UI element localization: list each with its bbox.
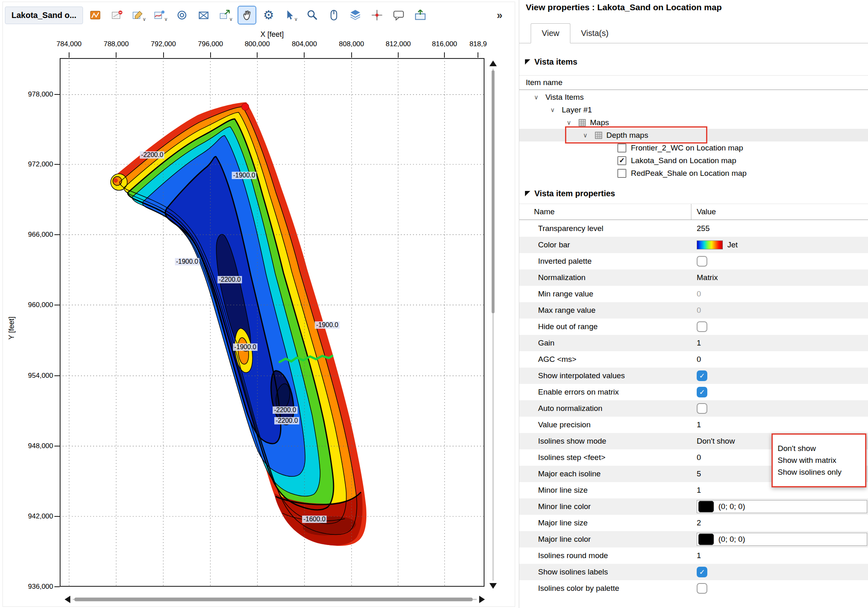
property-value[interactable]: 0 bbox=[697, 355, 701, 364]
tree-item-redpeak-shale[interactable]: RedPeak_Shale on Location map bbox=[519, 167, 868, 179]
tree-item-layer-1[interactable]: ∨ Layer #1 bbox=[519, 103, 868, 116]
property-value-cell: (0; 0; 0) bbox=[691, 531, 868, 547]
expander-icon[interactable]: ∨ bbox=[583, 132, 594, 139]
y-tick-mark bbox=[54, 164, 60, 165]
color-swatch[interactable] bbox=[698, 534, 714, 545]
property-checkbox[interactable]: ✓ bbox=[697, 567, 707, 577]
property-row[interactable]: Auto normalization bbox=[519, 400, 868, 417]
property-name: Isolines color by palette bbox=[519, 584, 691, 593]
property-row[interactable]: Max range value0 bbox=[519, 302, 868, 319]
tab-view[interactable]: View bbox=[531, 23, 570, 43]
property-value[interactable]: 1 bbox=[697, 551, 701, 560]
scroll-up-arrow[interactable] bbox=[489, 61, 497, 66]
property-row[interactable]: Major line color(0; 0; 0) bbox=[519, 531, 868, 547]
clip-map-button[interactable] bbox=[194, 6, 213, 25]
layers-button[interactable] bbox=[346, 6, 365, 25]
isolines-show-mode-dropdown: Don't show Show with matrix Show isoline… bbox=[772, 433, 866, 487]
mouse-settings-button[interactable] bbox=[324, 6, 343, 25]
layer-visibility-checkbox[interactable]: ✓ bbox=[617, 156, 626, 165]
map-plot-area[interactable]: -2200.0-1900.0-1900.0-2200.0-1900.0-1900… bbox=[60, 58, 484, 587]
tree-item-vista-items[interactable]: ∨ Vista Items bbox=[519, 91, 868, 103]
property-row[interactable]: Isolines color by palette bbox=[519, 580, 868, 597]
property-value[interactable]: 0 bbox=[697, 453, 701, 462]
property-value[interactable]: 0 bbox=[697, 289, 701, 298]
wells-map-button[interactable] bbox=[108, 6, 126, 25]
property-value[interactable]: 1 bbox=[697, 420, 701, 429]
layer-visibility-checkbox[interactable] bbox=[617, 169, 626, 178]
property-checkbox[interactable] bbox=[697, 583, 707, 594]
tree-item-maps[interactable]: ∨ Maps bbox=[519, 116, 868, 129]
property-value[interactable]: 1 bbox=[697, 486, 701, 495]
tree-item-lakota-sand[interactable]: ✓ Lakota_Sand on Location map bbox=[519, 154, 868, 167]
edit-horizon-button[interactable]: ∨ bbox=[151, 6, 170, 25]
zoom-button[interactable] bbox=[303, 6, 321, 25]
property-checkbox[interactable]: ✓ bbox=[697, 387, 707, 397]
pointer-select-button[interactable]: ∨ bbox=[281, 6, 300, 25]
map-document-button[interactable] bbox=[86, 6, 105, 25]
dropdown-option[interactable]: Show isolines only bbox=[778, 468, 865, 477]
property-value[interactable]: 255 bbox=[697, 224, 710, 233]
cursor-track-button[interactable] bbox=[368, 6, 386, 25]
horizontal-scrollbar[interactable] bbox=[65, 595, 485, 604]
expander-icon[interactable]: ∨ bbox=[567, 119, 578, 126]
property-checkbox[interactable] bbox=[697, 256, 707, 267]
property-row[interactable]: Enable errors on matrix✓ bbox=[519, 384, 868, 400]
color-swatch[interactable] bbox=[698, 501, 714, 512]
property-value[interactable]: Matrix bbox=[697, 273, 718, 282]
map-view-region: Lakota_Sand o... ∨ ∨ ∨ ⚙ bbox=[0, 0, 519, 608]
property-row[interactable]: Gain1 bbox=[519, 335, 868, 351]
map-export-button[interactable]: ∨ bbox=[216, 6, 235, 25]
scroll-left-arrow[interactable] bbox=[65, 596, 70, 603]
property-row[interactable]: Min range value0 bbox=[519, 286, 868, 302]
tab-vistas[interactable]: Vista(s) bbox=[570, 24, 619, 43]
property-row[interactable]: AGC <ms>0 bbox=[519, 351, 868, 368]
settings-button[interactable]: ⚙ bbox=[259, 6, 278, 25]
property-row[interactable]: Major line size2 bbox=[519, 515, 868, 531]
scroll-right-arrow[interactable] bbox=[479, 596, 485, 603]
vista-item-properties-section-header[interactable]: Vista item properties bbox=[525, 189, 615, 198]
color-editor[interactable]: (0; 0; 0) bbox=[697, 533, 867, 546]
horizontal-scroll-thumb[interactable] bbox=[74, 598, 473, 601]
vertical-scroll-thumb[interactable] bbox=[492, 70, 495, 313]
property-value[interactable]: 1 bbox=[697, 339, 701, 348]
tree-item-frontier-2-wc[interactable]: Frontier_2_WC on Location map bbox=[519, 141, 868, 154]
property-row[interactable]: NormalizationMatrix bbox=[519, 269, 868, 286]
property-row[interactable]: Hide out of range bbox=[519, 319, 868, 335]
scroll-down-arrow[interactable] bbox=[489, 583, 497, 589]
property-checkbox[interactable] bbox=[697, 403, 707, 414]
property-checkbox[interactable] bbox=[697, 321, 707, 332]
vista-items-tree: ∨ Vista Items ∨ Layer #1 ∨ Maps ∨ Depth … bbox=[519, 91, 868, 179]
expander-icon[interactable]: ∨ bbox=[534, 94, 545, 101]
pan-tool-button[interactable] bbox=[238, 6, 256, 25]
property-row[interactable]: Minor line color(0; 0; 0) bbox=[519, 498, 868, 515]
property-checkbox[interactable]: ✓ bbox=[697, 370, 707, 381]
property-value[interactable]: 5 bbox=[697, 469, 701, 478]
colorbar-swatch[interactable] bbox=[697, 240, 723, 249]
property-row[interactable]: Inverted palette bbox=[519, 253, 868, 269]
property-value[interactable]: 2 bbox=[697, 518, 701, 527]
vista-items-section-header[interactable]: Vista items bbox=[525, 57, 577, 67]
tree-item-depth-maps[interactable]: ∨ Depth maps bbox=[519, 129, 868, 141]
annotation-button[interactable] bbox=[389, 6, 408, 25]
property-row[interactable]: Transparency level255 bbox=[519, 220, 868, 237]
property-row[interactable]: Color barJet bbox=[519, 237, 868, 253]
toolbar-overflow-button[interactable]: » bbox=[497, 9, 502, 21]
dropdown-option[interactable]: Show with matrix bbox=[778, 456, 865, 465]
property-value[interactable]: Don't show bbox=[697, 437, 735, 446]
edit-surface-button[interactable]: ∨ bbox=[129, 6, 148, 25]
image-overlay-button[interactable] bbox=[173, 6, 191, 25]
layer-visibility-checkbox[interactable] bbox=[617, 144, 626, 153]
property-value[interactable]: 0 bbox=[697, 306, 701, 315]
vertical-scrollbar[interactable] bbox=[488, 61, 498, 589]
property-row[interactable]: Value precision1 bbox=[519, 417, 868, 433]
property-row[interactable]: Isolines round mode1 bbox=[519, 547, 868, 564]
export-image-button[interactable] bbox=[411, 6, 430, 25]
dropdown-option[interactable]: Don't show bbox=[778, 444, 865, 453]
map-tab[interactable]: Lakota_Sand o... bbox=[5, 7, 83, 24]
property-row[interactable]: Show isolines labels✓ bbox=[519, 564, 868, 580]
depth-map-canvas bbox=[60, 58, 484, 587]
color-editor[interactable]: (0; 0; 0) bbox=[697, 500, 867, 513]
expander-icon[interactable]: ∨ bbox=[550, 106, 562, 114]
y-axis-tick-marks bbox=[54, 58, 60, 587]
property-row[interactable]: Show interpolated values✓ bbox=[519, 368, 868, 384]
